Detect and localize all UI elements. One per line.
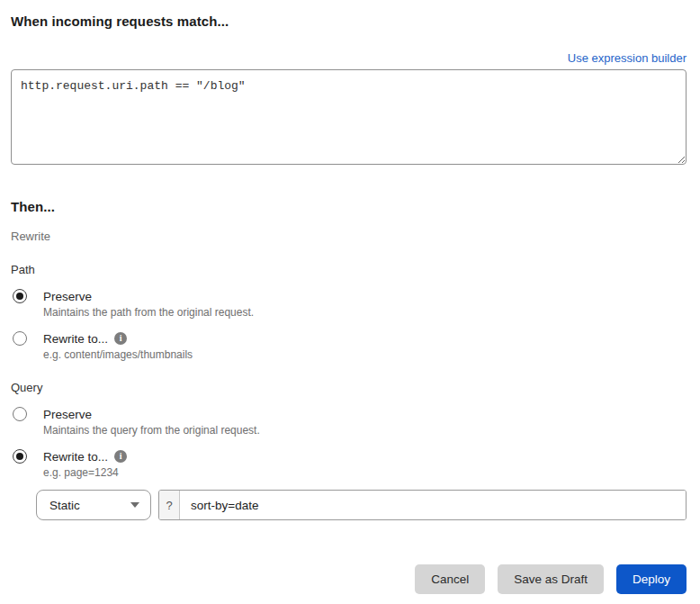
then-section-title: Then...	[11, 199, 687, 214]
query-rewrite-label[interactable]: Rewrite to...	[43, 450, 108, 464]
query-preserve-label[interactable]: Preserve	[43, 408, 92, 421]
match-section-title: When incoming requests match...	[11, 14, 687, 29]
query-value-input[interactable]	[180, 491, 686, 519]
rewrite-subtitle: Rewrite	[11, 230, 687, 243]
value-type-selected-label: Static	[49, 499, 80, 512]
use-expression-builder-link[interactable]: Use expression builder	[568, 51, 687, 65]
query-preserve-radio[interactable]	[13, 407, 27, 421]
info-icon[interactable]: i	[114, 450, 127, 463]
query-rewrite-radio[interactable]	[13, 449, 27, 464]
query-group-label: Query	[11, 381, 687, 394]
query-rewrite-value-row: Static ?	[36, 490, 687, 520]
cancel-button[interactable]: Cancel	[415, 564, 485, 594]
rule-editor: When incoming requests match... Use expr…	[0, 0, 700, 594]
path-preserve-description: Maintains the path from the original req…	[43, 306, 687, 319]
query-preserve-option: Preserve Maintains the query from the or…	[11, 407, 687, 437]
info-icon[interactable]: i	[114, 332, 127, 345]
query-preserve-description: Maintains the query from the original re…	[43, 424, 687, 437]
query-value-group: ?	[158, 490, 687, 520]
deploy-button[interactable]: Deploy	[616, 564, 687, 594]
path-rewrite-option: Rewrite to... i e.g. content/images/thum…	[11, 331, 687, 361]
path-rewrite-label[interactable]: Rewrite to...	[43, 332, 108, 346]
save-as-draft-button[interactable]: Save as Draft	[498, 564, 604, 594]
path-group-label: Path	[11, 263, 687, 276]
path-preserve-radio[interactable]	[13, 289, 27, 303]
path-preserve-label[interactable]: Preserve	[43, 290, 92, 303]
path-rewrite-description: e.g. content/images/thumbnails	[43, 348, 687, 361]
builder-link-row: Use expression builder	[11, 50, 687, 66]
query-rewrite-description: e.g. page=1234	[43, 466, 687, 479]
value-type-select[interactable]: Static	[36, 490, 151, 520]
expression-editor[interactable]: http.request.uri.path == "/blog"	[11, 69, 687, 165]
chevron-down-icon	[130, 502, 139, 508]
path-rewrite-radio[interactable]	[13, 331, 27, 346]
path-preserve-option: Preserve Maintains the path from the ori…	[11, 289, 687, 319]
action-bar: Cancel Save as Draft Deploy	[11, 564, 687, 594]
query-prefix-badge: ?	[159, 491, 180, 519]
query-rewrite-option: Rewrite to... i e.g. page=1234	[11, 449, 687, 479]
